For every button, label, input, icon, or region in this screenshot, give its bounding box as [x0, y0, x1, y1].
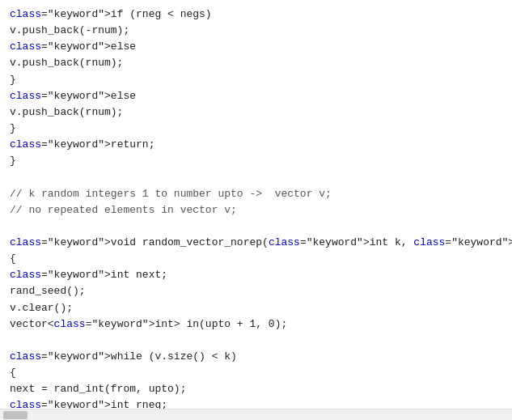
code-block: class="keyword">if (rneg < negs) v.push_… — [6, 6, 512, 420]
scrollbar-thumb[interactable] — [3, 411, 28, 419]
code-container[interactable]: class="keyword">if (rneg < negs) v.push_… — [0, 0, 512, 420]
scrollbar-area[interactable] — [0, 409, 512, 420]
